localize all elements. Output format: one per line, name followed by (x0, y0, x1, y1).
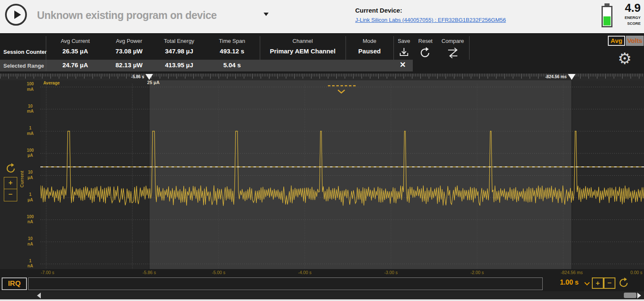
selection-start-label: -5.86 s (94, 74, 144, 79)
save-icon[interactable] (398, 47, 410, 59)
x-tick-label: -5.00 s (212, 270, 225, 275)
close-selection-button[interactable]: ✕ (397, 60, 408, 71)
energy-score-block: 4.9 ENERGY SCORE (601, 3, 641, 28)
table-divider (469, 36, 470, 60)
scroll-left-arrow-icon[interactable] (37, 293, 41, 298)
interval-zoom-in-button[interactable]: + (592, 277, 604, 289)
table-divider (46, 36, 46, 71)
y-tick-label: 100mA (22, 82, 39, 92)
header-avg-current: Avg Current (46, 38, 104, 46)
interval-reset-icon[interactable] (618, 277, 630, 289)
average-line-label: Average (43, 81, 60, 85)
device-link[interactable]: J-Link Silicon Labs (440057055) : EFR32B… (355, 17, 506, 23)
zoom-out-button[interactable]: − (4, 189, 17, 201)
mode-value: Paused (346, 48, 393, 58)
irq-event-track (28, 277, 543, 290)
zoom-in-button[interactable]: + (4, 177, 17, 189)
header-total-energy: Total Energy (154, 38, 204, 46)
program-selector-label[interactable]: Unknown existing program on device (37, 9, 217, 21)
compare-label[interactable]: Compare (436, 38, 469, 46)
y-tick-label: 1µA (22, 192, 39, 203)
range-time-span: 5.04 s (204, 61, 260, 71)
header-channel: Channel (260, 38, 346, 46)
session-avg-power: 73.08 µW (104, 48, 154, 58)
x-tick-label: 0.00 s (630, 270, 642, 275)
top-toolbar: Unknown existing program on device Curre… (0, 0, 644, 34)
energy-score-caption: SCORE (617, 21, 641, 26)
battery-icon (601, 3, 613, 28)
interval-zoom-out-button[interactable]: − (604, 277, 615, 289)
irq-button[interactable]: IRQ (2, 277, 27, 290)
window-bottom-edge (0, 299, 644, 301)
scrollbar-thumb[interactable] (624, 293, 636, 298)
y-tick-label: 10mA (22, 104, 39, 114)
save-label[interactable]: Save (393, 38, 414, 46)
energy-score-value: 4.9 (617, 3, 641, 14)
table-divider (260, 36, 260, 60)
y-tick-label: 10µA (22, 170, 39, 180)
session-avg-current: 26.35 µA (46, 48, 104, 58)
current-device-block: Current Device: J-Link Silicon Labs (440… (355, 7, 506, 23)
row-label-session-counter: Session Counter (3, 49, 47, 55)
current-chart[interactable]: + − (0, 80, 644, 269)
y-tick-label: 10nA (22, 236, 39, 247)
channel-value: Primary AEM Channel (260, 48, 346, 58)
reset-label[interactable]: Reset (414, 38, 436, 46)
waveform-plot[interactable] (40, 80, 644, 269)
x-tick-label: -3.00 s (384, 270, 398, 275)
y-tick-label: 1mA (22, 126, 39, 136)
x-tick-label: -7.00 s (41, 270, 54, 275)
range-avg-current: 24.76 µA (46, 61, 104, 71)
x-axis-tick-labels: -7.00 s-5.86 s-5.00 s-4.00 s-3.00 s-2.00… (0, 269, 644, 277)
program-dropdown-caret-icon[interactable] (264, 13, 269, 16)
horizontal-scrollbar[interactable] (0, 291, 644, 299)
x-tick-label: -5.86 s (143, 270, 156, 275)
volts-toggle-button[interactable]: Volts (626, 36, 644, 46)
vertical-zoom-control: + − (4, 177, 17, 201)
selection-end-label: -824.56 ms (516, 74, 567, 79)
x-tick-label: -824.56 ms (561, 270, 583, 275)
play-button[interactable] (5, 4, 27, 26)
y-tick-label: 100µA (22, 148, 39, 158)
x-tick-label: -2.00 s (470, 270, 484, 275)
selection-end-handle[interactable] (568, 74, 575, 80)
header-avg-power: Avg Power (104, 38, 154, 46)
table-divider (346, 36, 346, 60)
session-total-energy: 347.98 µJ (154, 48, 204, 58)
energy-score-caption: ENERGY (617, 16, 641, 20)
range-total-energy: 413.95 µJ (154, 61, 204, 71)
header-mode: Mode (346, 38, 393, 46)
average-line-value: 25 µA (147, 80, 160, 85)
scroll-right-arrow-icon[interactable] (637, 293, 641, 298)
settings-gear-icon[interactable]: ⚙ (616, 50, 633, 67)
interval-dropdown-chevron-icon[interactable] (584, 280, 590, 285)
y-tick-label: 1nA (22, 259, 39, 269)
avg-toggle-button[interactable]: Avg (608, 36, 625, 46)
y-tick-label: 100nA (22, 214, 39, 225)
row-label-selected-range: Selected Range (3, 63, 44, 69)
header-time-span: Time Span (204, 38, 260, 46)
table-divider (393, 36, 394, 60)
chart-zoom-reset-icon[interactable] (5, 163, 17, 174)
play-icon (14, 11, 21, 19)
selection-start-handle[interactable] (145, 74, 153, 80)
interval-dropdown[interactable]: 1.00 s (560, 279, 578, 286)
range-avg-power: 82.13 µW (104, 61, 154, 71)
current-device-label: Current Device: (355, 7, 506, 14)
x-tick-label: -4.00 s (298, 270, 311, 275)
session-time-span: 493.12 s (204, 48, 260, 58)
compare-icon[interactable] (446, 47, 459, 59)
reset-icon[interactable] (419, 47, 432, 59)
